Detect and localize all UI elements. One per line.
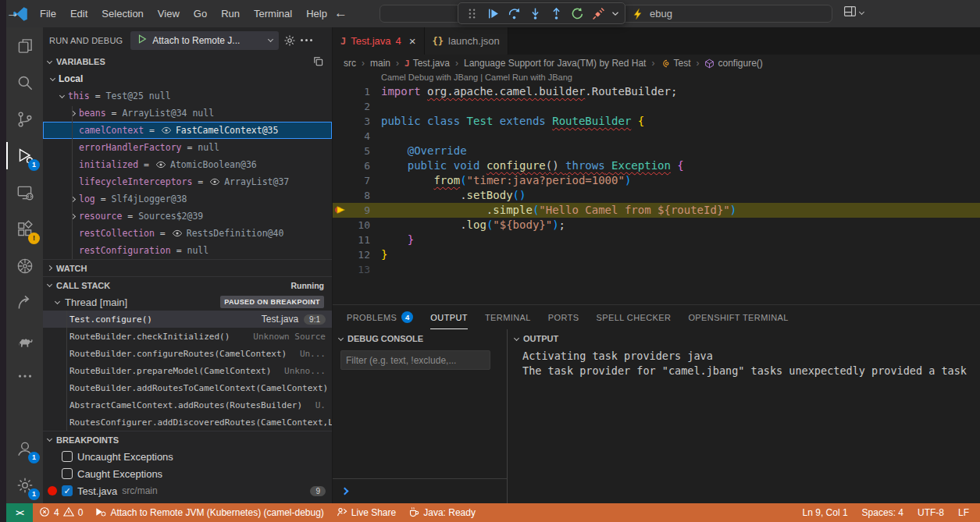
menu-run[interactable]: Run bbox=[214, 0, 247, 27]
chevron-down-button[interactable] bbox=[610, 5, 621, 22]
variable-row[interactable]: camelContext = FastCamelContext@35 bbox=[43, 122, 332, 139]
remote-indicator[interactable]: >< bbox=[6, 503, 33, 522]
lightning-icon[interactable] bbox=[632, 8, 644, 20]
code-line[interactable]: 9 .simple("Hello Camel from ${routeId}") bbox=[333, 203, 980, 218]
breakpoint-row[interactable]: Uncaught Exceptions bbox=[43, 448, 332, 465]
variable-row[interactable]: log = Slf4jLogger@38 bbox=[43, 190, 332, 208]
breakpoint-row[interactable]: ✓Test.javasrc/main9 bbox=[43, 482, 332, 499]
breadcrumb-item[interactable]: Language Support for Java(TM) by Red Hat bbox=[464, 58, 646, 69]
code-line[interactable]: 1import org.apache.camel.builder.RouteBu… bbox=[333, 84, 980, 99]
breakpoint-checkbox[interactable] bbox=[62, 451, 73, 462]
code-line[interactable]: 3public class Test extends RouteBuilder … bbox=[333, 114, 980, 129]
chevron-right-icon[interactable] bbox=[67, 112, 79, 115]
breadcrumb-item[interactable]: main bbox=[370, 58, 390, 69]
chevron-down-icon[interactable] bbox=[56, 95, 68, 98]
variable-row[interactable]: this = Test@25 null bbox=[43, 87, 332, 105]
step-out-button[interactable] bbox=[547, 5, 565, 22]
variable-row[interactable]: restConfiguration = null bbox=[43, 242, 332, 259]
back-icon[interactable]: ← bbox=[334, 0, 347, 26]
panel-tab-spell-checker[interactable]: SPELL CHECKER bbox=[597, 305, 672, 329]
more-actions-icon[interactable] bbox=[301, 39, 312, 41]
breakpoint-checkbox[interactable] bbox=[62, 468, 73, 479]
menu-view[interactable]: View bbox=[151, 0, 187, 27]
close-icon[interactable]: × bbox=[409, 34, 416, 48]
code-line[interactable]: 12} bbox=[333, 247, 980, 262]
breadcrumb-item[interactable]: Test.java bbox=[413, 58, 450, 69]
debug-console-header[interactable]: DEBUG CONSOLE bbox=[333, 329, 507, 348]
panel-tab-output[interactable]: OUTPUT bbox=[430, 305, 468, 329]
stack-frame[interactable]: RouteBuilder.addRoutesToCamelContext(Cam… bbox=[43, 379, 332, 396]
activity-account[interactable]: 1 bbox=[6, 430, 43, 467]
call-stack-section-header[interactable]: CALL STACK Running bbox=[43, 276, 332, 293]
eye-icon[interactable] bbox=[172, 228, 183, 239]
thread-row[interactable]: Thread [main] PAUSED ON BREAKPOINT bbox=[43, 293, 332, 311]
eol-setting[interactable]: LF bbox=[958, 507, 969, 518]
breakpoint-row[interactable]: Caught Exceptions bbox=[43, 465, 332, 482]
stack-frame[interactable]: RoutesConfigurer.addDiscoveredRoutes(Cam… bbox=[43, 414, 332, 431]
disconnect-button[interactable] bbox=[589, 5, 608, 22]
codelens-actions[interactable]: Camel Debug with JBang | Camel Run with … bbox=[333, 72, 980, 84]
menu-edit[interactable]: Edit bbox=[63, 0, 94, 27]
problems-status[interactable]: 4 0 bbox=[33, 503, 89, 522]
activity-more[interactable] bbox=[6, 357, 43, 394]
menu-terminal[interactable]: Terminal bbox=[247, 0, 299, 27]
code-line[interactable]: 5 @Override bbox=[333, 144, 980, 158]
code-line[interactable]: 8 .setBody() bbox=[333, 188, 980, 203]
activity-extensions[interactable]: ! bbox=[6, 211, 43, 247]
code-line[interactable]: 13 bbox=[333, 262, 980, 277]
code-line[interactable]: 10 .log("${body}"); bbox=[333, 218, 980, 233]
activity-run-and-debug[interactable]: 1 bbox=[6, 137, 43, 174]
editor-tab-Test.java[interactable]: JTest.java4× bbox=[333, 27, 425, 55]
gear-icon[interactable] bbox=[283, 34, 296, 47]
code-line[interactable]: 2 bbox=[333, 99, 980, 114]
chevron-right-icon[interactable] bbox=[67, 215, 79, 218]
live-share-status[interactable]: Live Share bbox=[330, 503, 402, 522]
breadcrumb-item[interactable]: configure() bbox=[718, 58, 762, 69]
stack-frame[interactable]: RouteBuilder.prepareModel(CamelContext)U… bbox=[43, 362, 332, 379]
cursor-position[interactable]: Ln 9, Col 1 bbox=[803, 507, 848, 518]
continue-button[interactable] bbox=[483, 5, 502, 22]
activity-settings[interactable]: 1 bbox=[6, 467, 43, 503]
variable-row[interactable]: lifecycleInterceptors = ArrayList@37 bbox=[43, 173, 332, 190]
stack-frame[interactable]: RouteBuilder.checkInitialized()Unknown S… bbox=[43, 328, 332, 345]
java-status[interactable]: Java: Ready bbox=[402, 503, 482, 522]
activity-camel[interactable] bbox=[6, 321, 43, 357]
console-filter-input[interactable] bbox=[340, 350, 490, 370]
menu-help[interactable]: Help bbox=[299, 0, 334, 27]
menu-selection[interactable]: Selection bbox=[94, 0, 150, 27]
code-line[interactable]: 4 bbox=[333, 129, 980, 144]
activity-explorer[interactable] bbox=[6, 27, 43, 64]
variable-row[interactable]: errorHandlerFactory = null bbox=[43, 139, 332, 156]
step-over-button[interactable] bbox=[504, 5, 523, 22]
eye-icon[interactable] bbox=[161, 125, 172, 136]
variables-section-header[interactable]: VARIABLES bbox=[43, 53, 332, 70]
activity-kubernetes[interactable] bbox=[6, 247, 43, 284]
launch-config-dropdown[interactable]: Attach to Remote J... bbox=[130, 31, 279, 50]
variable-row[interactable]: resource = Sources$2@39 bbox=[43, 208, 332, 225]
breadcrumb-item[interactable]: src bbox=[344, 58, 356, 69]
debug-session-status[interactable]: Attach to Remote JVM (Kubernetes) (camel… bbox=[89, 503, 330, 522]
editor-tab-launch.json[interactable]: {}launch.json bbox=[425, 27, 508, 55]
variable-row[interactable]: Local bbox=[43, 70, 332, 87]
code-line[interactable]: 11 } bbox=[333, 233, 980, 247]
code-editor[interactable]: 1import org.apache.camel.builder.RouteBu… bbox=[333, 84, 980, 277]
restart-button[interactable] bbox=[568, 5, 586, 22]
variable-row[interactable]: beans = ArrayList@34 null bbox=[43, 105, 332, 122]
activity-source-control[interactable] bbox=[6, 101, 43, 137]
breadcrumb-item[interactable]: Test bbox=[673, 58, 690, 69]
output-log[interactable]: Activating task providers javaThe task p… bbox=[508, 348, 980, 378]
grip-button[interactable] bbox=[462, 5, 481, 22]
activity-remote-explorer[interactable] bbox=[6, 174, 43, 211]
code-line[interactable]: 7 from("timer:java?period=1000") bbox=[333, 173, 980, 188]
stack-frame[interactable]: AbstractCamelContext.addRoutes(RoutesBui… bbox=[43, 396, 332, 414]
panel-tab-terminal[interactable]: TERMINAL bbox=[485, 305, 531, 329]
output-header[interactable]: OUTPUT bbox=[508, 329, 980, 348]
chevron-right-icon[interactable] bbox=[67, 197, 79, 201]
duplicate-icon[interactable] bbox=[312, 55, 324, 69]
variable-row[interactable]: initialized = AtomicBoolean@36 bbox=[43, 156, 332, 173]
indentation-setting[interactable]: Spaces: 4 bbox=[862, 507, 903, 518]
eye-icon[interactable] bbox=[155, 159, 166, 170]
panel-tab-problems[interactable]: PROBLEMS4 bbox=[347, 305, 413, 329]
menu-go[interactable]: Go bbox=[187, 0, 214, 27]
panel-tab-openshift-terminal[interactable]: OPENSHIFT TERMINAL bbox=[688, 305, 788, 329]
